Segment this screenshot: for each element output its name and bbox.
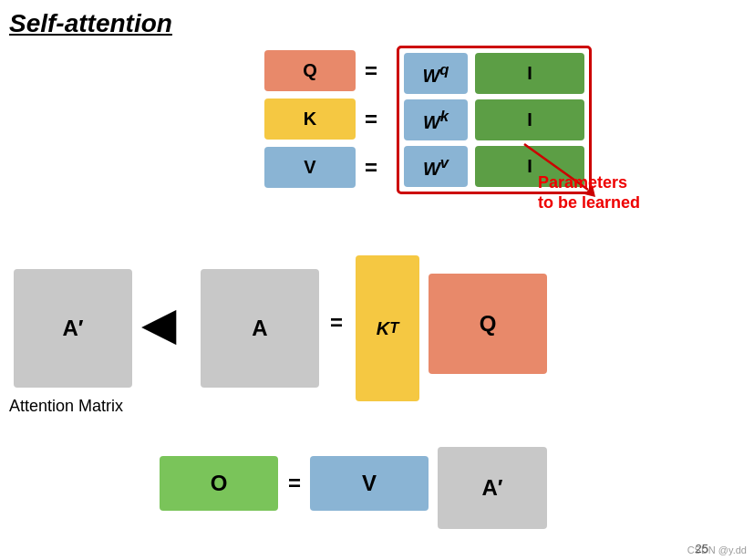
v2-box: V xyxy=(310,456,429,511)
a-prime-box: A′ xyxy=(14,269,132,388)
v-box: V xyxy=(264,147,356,188)
equals-k: = xyxy=(365,107,377,132)
left-arrow: ◀ xyxy=(141,301,176,347)
equals-bottom: = xyxy=(288,471,301,496)
params-label: Parameters to be learned xyxy=(538,173,640,213)
page-title: Self-attention xyxy=(9,9,172,38)
q-box: Q xyxy=(264,50,356,91)
wk-box: Wk xyxy=(404,99,468,140)
equals-v: = xyxy=(365,155,377,181)
page-number: 25 xyxy=(696,542,708,555)
kt-box: KT xyxy=(356,255,419,401)
a-box: A xyxy=(201,269,319,388)
q2-box: Q xyxy=(429,274,547,374)
a-prime2-box: A′ xyxy=(438,447,547,529)
wv-box: Wv xyxy=(404,146,468,187)
i-q-box: I xyxy=(475,53,584,94)
equals-q: = xyxy=(365,58,377,84)
equals-mid: = xyxy=(330,310,343,336)
o-box: O xyxy=(160,456,278,511)
wq-box: Wq xyxy=(404,53,468,94)
attention-matrix-label: Attention Matrix xyxy=(9,397,123,416)
k-box: K xyxy=(264,99,356,140)
